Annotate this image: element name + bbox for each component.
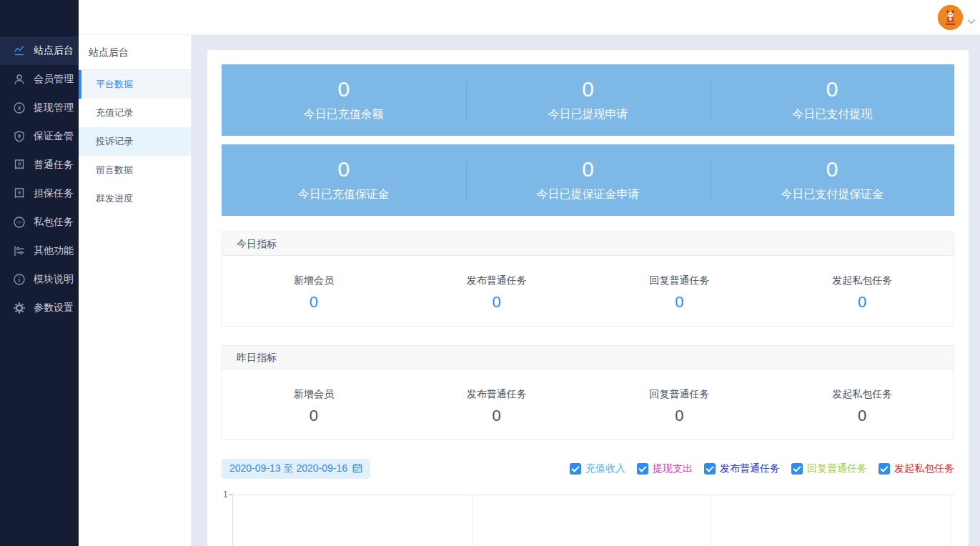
legend-item-publish-normal-task[interactable]: 发布普通任务 (704, 462, 780, 475)
metric-label: 回复普通任务 (588, 274, 771, 287)
stat-value: 0 (826, 159, 838, 180)
topbar (79, 0, 980, 35)
svg-text:</>: </> (16, 220, 23, 224)
metric-cell: 发布普通任务 0 (405, 274, 588, 312)
stat-value: 0 (337, 79, 350, 100)
panel-title: 今日指标 (222, 232, 954, 256)
metric-cell: 新增会员 0 (222, 274, 405, 312)
checkbox-checked-icon[interactable] (791, 463, 803, 475)
legend-item-launch-private-task[interactable]: 发起私包任务 (878, 462, 954, 475)
sidebar-item-deposit[interactable]: 保证金管 (0, 122, 79, 151)
metric-value: 0 (771, 293, 954, 312)
sidebar-item-withdrawals[interactable]: ¥ 提现管理 (0, 94, 79, 122)
calendar-icon (352, 463, 362, 475)
submenu-item-platform-data[interactable]: 平台数据 (79, 70, 191, 99)
stat-cell: 0 今日已充值保证金 (222, 144, 466, 216)
metric-value: 0 (222, 293, 405, 312)
stat-value: 0 (826, 79, 838, 100)
stat-label: 今日已支付提保证金 (781, 187, 884, 202)
stat-cell: 0 今日已支付提保证金 (710, 144, 954, 216)
stat-value: 0 (337, 159, 350, 180)
metric-cell: 发起私包任务 0 (771, 388, 954, 425)
sidebar-item-label: 普通任务 (34, 159, 74, 172)
legend-item-reply-normal-task[interactable]: 回复普通任务 (791, 462, 867, 475)
user-icon (12, 72, 26, 86)
private-task-code-icon: </> (12, 215, 26, 229)
sidebar-item-label: 私包任务 (34, 216, 74, 229)
task-receipt-icon: 月 (12, 158, 26, 172)
submenu-header: 站点后台 (79, 35, 191, 70)
sidebar-item-label: 提现管理 (34, 101, 74, 114)
svg-text:¥: ¥ (16, 104, 21, 111)
chevron-down-icon[interactable] (967, 14, 976, 27)
metric-cell: 新增会员 0 (222, 388, 405, 425)
today-metrics-panel: 今日指标 新增会员 0 发布普通任务 0 回复普通任务 0 发起私包任务 0 (222, 232, 954, 327)
stats-banner-deposit: 0 今日已充值保证金 0 今日已提保证金申请 0 今日已支付提保证金 (222, 144, 954, 216)
submenu-item-recharge-records[interactable]: 充值记录 (79, 99, 191, 127)
primary-sidebar: 站点后台 会员管理 ¥ 提现管理 (0, 0, 79, 546)
checkbox-checked-icon[interactable] (570, 463, 581, 475)
stat-label: 今日已充值余额 (304, 107, 384, 122)
legend-label: 提现支出 (653, 462, 693, 475)
y-axis-tick-label: 1 (223, 490, 228, 500)
svg-text:¥: ¥ (18, 189, 21, 196)
stat-cell: 0 今日已充值余额 (222, 64, 466, 136)
submenu-item-complaint-records[interactable]: 投诉记录 (79, 127, 191, 156)
metric-value: 0 (405, 407, 588, 425)
sidebar-item-site-admin[interactable]: 站点后台 (0, 36, 79, 65)
stat-cell: 0 今日已提保证金申请 (466, 144, 711, 216)
metrics-row: 新增会员 0 发布普通任务 0 回复普通任务 0 发起私包任务 0 (222, 256, 954, 326)
legend-item-recharge-income[interactable]: 充值收入 (570, 462, 625, 475)
metric-value: 0 (222, 407, 405, 425)
sidebar-item-label: 保证金管 (34, 130, 74, 143)
metric-cell: 发起私包任务 0 (771, 274, 954, 312)
stat-label: 今日已充值保证金 (298, 187, 390, 202)
submenu-item-broadcast-progress[interactable]: 群发进度 (79, 184, 191, 213)
checkbox-checked-icon[interactable] (704, 463, 716, 475)
line-chart-icon (12, 44, 26, 58)
stat-cell: 0 今日已支付提现 (710, 64, 954, 136)
metric-label: 发布普通任务 (405, 274, 588, 287)
sidebar-item-label: 模块说明 (34, 273, 74, 286)
stats-banner-today: 0 今日已充值余额 0 今日已提现申请 0 今日已支付提现 (222, 64, 954, 136)
metric-value: 0 (405, 293, 588, 312)
sidebar-item-label: 参数设置 (34, 302, 74, 314)
legend-label: 回复普通任务 (807, 462, 867, 475)
mascot-avatar[interactable] (938, 5, 963, 30)
submenu-item-message-data[interactable]: 留言数据 (79, 156, 191, 184)
sidebar-item-members[interactable]: 会员管理 (0, 65, 79, 94)
date-range-text: 2020-09-13 至 2020-09-16 (229, 462, 347, 475)
sidebar-item-guarantee-tasks[interactable]: ¥ 担保任务 (0, 179, 79, 208)
legend-item-withdraw-expense[interactable]: 提现支出 (637, 462, 693, 475)
yesterday-metrics-panel: 昨日指标 新增会员 0 发布普通任务 0 回复普通任务 0 发起私包任务 0 (222, 345, 954, 440)
metric-label: 回复普通任务 (588, 388, 771, 401)
metric-cell: 发布普通任务 0 (405, 388, 588, 425)
chart-toolbar: 2020-09-13 至 2020-09-16 充值收入 提现支出 发布普通 (222, 459, 954, 479)
main-content: 0 今日已充值余额 0 今日已提现申请 0 今日已支付提现 0 今日已充值保证金… (207, 50, 969, 546)
svg-text:月: 月 (17, 162, 22, 167)
sidebar-item-normal-tasks[interactable]: 月 普通任务 (0, 151, 79, 179)
metric-label: 发布普通任务 (405, 388, 588, 401)
sidebar-item-label: 站点后台 (34, 44, 74, 57)
checkbox-checked-icon[interactable] (878, 463, 890, 475)
sidebar-item-settings[interactable]: 参数设置 (0, 294, 79, 322)
metric-value: 0 (771, 407, 954, 425)
deposit-shield-icon (12, 129, 26, 144)
date-range-picker[interactable]: 2020-09-13 至 2020-09-16 (222, 459, 370, 479)
gear-icon (12, 301, 26, 315)
sidebar-item-label: 担保任务 (34, 187, 74, 200)
metric-label: 新增会员 (222, 274, 405, 287)
checkbox-checked-icon[interactable] (637, 463, 648, 475)
sidebar-item-other-functions[interactable]: 其他功能 (0, 237, 79, 265)
primary-menu: 站点后台 会员管理 ¥ 提现管理 (0, 36, 79, 322)
sidebar-item-label: 会员管理 (34, 73, 74, 86)
withdraw-yuan-icon: ¥ (12, 101, 26, 115)
sidebar-item-module-docs[interactable]: 模块说明 (0, 265, 79, 294)
chart-gridline-vertical (951, 495, 951, 546)
metrics-row: 新增会员 0 发布普通任务 0 回复普通任务 0 发起私包任务 0 (222, 369, 954, 440)
legend-label: 充值收入 (585, 462, 625, 475)
stat-label: 今日已提保证金申请 (537, 187, 640, 202)
chart-legend: 充值收入 提现支出 发布普通任务 回复普通任务 发起私包任务 (570, 462, 954, 475)
chart-y-axis-line (232, 495, 233, 546)
sidebar-item-private-tasks[interactable]: </> 私包任务 (0, 208, 79, 237)
